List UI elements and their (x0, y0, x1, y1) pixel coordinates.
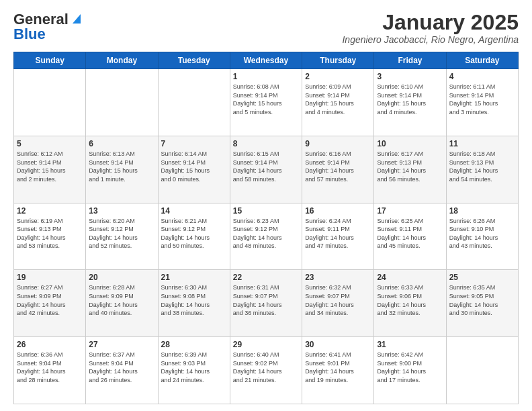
day-info: Sunrise: 6:32 AM Sunset: 9:07 PM Dayligh… (305, 283, 371, 317)
table-row (14, 69, 86, 136)
day-number: 31 (377, 340, 443, 349)
day-number: 27 (89, 340, 154, 349)
day-info: Sunrise: 6:11 AM Sunset: 9:14 PM Dayligh… (449, 83, 515, 116)
day-number: 7 (161, 139, 227, 148)
day-number: 21 (161, 273, 227, 282)
calendar-week-row: 1Sunrise: 6:08 AM Sunset: 9:14 PM Daylig… (14, 69, 519, 136)
day-info: Sunrise: 6:17 AM Sunset: 9:13 PM Dayligh… (377, 150, 443, 183)
day-info: Sunrise: 6:24 AM Sunset: 9:11 PM Dayligh… (305, 217, 371, 250)
table-row: 16Sunrise: 6:24 AM Sunset: 9:11 PM Dayli… (302, 203, 374, 270)
table-row: 6Sunrise: 6:13 AM Sunset: 9:14 PM Daylig… (86, 136, 158, 203)
day-info: Sunrise: 6:28 AM Sunset: 9:09 PM Dayligh… (89, 283, 154, 317)
day-info: Sunrise: 6:19 AM Sunset: 9:13 PM Dayligh… (17, 217, 83, 250)
day-number: 11 (449, 139, 515, 148)
table-row: 12Sunrise: 6:19 AM Sunset: 9:13 PM Dayli… (14, 203, 86, 270)
col-wednesday: Wednesday (230, 52, 302, 69)
day-info: Sunrise: 6:30 AM Sunset: 9:08 PM Dayligh… (161, 283, 227, 317)
col-friday: Friday (374, 52, 446, 69)
day-info: Sunrise: 6:23 AM Sunset: 9:12 PM Dayligh… (233, 217, 299, 250)
table-row (446, 337, 518, 404)
day-info: Sunrise: 6:09 AM Sunset: 9:14 PM Dayligh… (305, 83, 371, 116)
day-info: Sunrise: 6:40 AM Sunset: 9:02 PM Dayligh… (233, 351, 299, 384)
day-number: 5 (17, 139, 83, 148)
table-row: 18Sunrise: 6:26 AM Sunset: 9:10 PM Dayli… (446, 203, 518, 270)
table-row: 31Sunrise: 6:42 AM Sunset: 9:00 PM Dayli… (374, 337, 446, 404)
day-number: 26 (17, 340, 83, 349)
calendar-title: January 2025 (342, 11, 519, 34)
day-number: 24 (377, 273, 443, 282)
day-number: 29 (233, 340, 299, 349)
calendar-header-row: Sunday Monday Tuesday Wednesday Thursday… (14, 52, 519, 69)
day-info: Sunrise: 6:26 AM Sunset: 9:10 PM Dayligh… (449, 217, 515, 250)
table-row: 15Sunrise: 6:23 AM Sunset: 9:12 PM Dayli… (230, 203, 302, 270)
day-info: Sunrise: 6:13 AM Sunset: 9:14 PM Dayligh… (89, 150, 154, 183)
day-number: 16 (305, 206, 371, 216)
day-number: 19 (17, 273, 83, 282)
table-row: 29Sunrise: 6:40 AM Sunset: 9:02 PM Dayli… (230, 337, 302, 404)
table-row (86, 69, 158, 136)
day-number: 8 (233, 139, 299, 148)
header: General Blue January 2025 Ingeniero Jaco… (13, 11, 519, 45)
table-row: 4Sunrise: 6:11 AM Sunset: 9:14 PM Daylig… (446, 69, 518, 136)
day-info: Sunrise: 6:27 AM Sunset: 9:09 PM Dayligh… (17, 283, 83, 317)
day-info: Sunrise: 6:18 AM Sunset: 9:13 PM Dayligh… (449, 150, 515, 183)
calendar-subtitle: Ingeniero Jacobacci, Rio Negro, Argentin… (342, 34, 519, 45)
day-info: Sunrise: 6:39 AM Sunset: 9:03 PM Dayligh… (161, 351, 227, 384)
calendar-week-row: 19Sunrise: 6:27 AM Sunset: 9:09 PM Dayli… (14, 270, 519, 337)
day-number: 15 (233, 206, 299, 216)
table-row: 2Sunrise: 6:09 AM Sunset: 9:14 PM Daylig… (302, 69, 374, 136)
day-info: Sunrise: 6:41 AM Sunset: 9:01 PM Dayligh… (305, 351, 371, 384)
day-info: Sunrise: 6:36 AM Sunset: 9:04 PM Dayligh… (17, 351, 83, 384)
day-info: Sunrise: 6:10 AM Sunset: 9:14 PM Dayligh… (377, 83, 443, 116)
day-info: Sunrise: 6:25 AM Sunset: 9:11 PM Dayligh… (377, 217, 443, 250)
day-info: Sunrise: 6:14 AM Sunset: 9:14 PM Dayligh… (161, 150, 227, 183)
day-number: 23 (305, 273, 371, 282)
table-row: 22Sunrise: 6:31 AM Sunset: 9:07 PM Dayli… (230, 270, 302, 337)
logo-blue: Blue (13, 26, 46, 43)
day-number: 17 (377, 206, 443, 216)
table-row: 3Sunrise: 6:10 AM Sunset: 9:14 PM Daylig… (374, 69, 446, 136)
day-number: 30 (305, 340, 371, 349)
day-info: Sunrise: 6:21 AM Sunset: 9:12 PM Dayligh… (161, 217, 227, 250)
table-row: 23Sunrise: 6:32 AM Sunset: 9:07 PM Dayli… (302, 270, 374, 337)
day-number: 14 (161, 206, 227, 216)
table-row: 28Sunrise: 6:39 AM Sunset: 9:03 PM Dayli… (158, 337, 230, 404)
day-number: 20 (89, 273, 154, 282)
day-number: 3 (377, 72, 443, 81)
table-row: 5Sunrise: 6:12 AM Sunset: 9:14 PM Daylig… (14, 136, 86, 203)
day-number: 25 (449, 273, 515, 282)
logo: General Blue (13, 11, 83, 43)
day-number: 2 (305, 72, 371, 81)
table-row: 9Sunrise: 6:16 AM Sunset: 9:14 PM Daylig… (302, 136, 374, 203)
table-row: 13Sunrise: 6:20 AM Sunset: 9:12 PM Dayli… (86, 203, 158, 270)
col-saturday: Saturday (446, 52, 518, 69)
table-row: 25Sunrise: 6:35 AM Sunset: 9:05 PM Dayli… (446, 270, 518, 337)
table-row: 27Sunrise: 6:37 AM Sunset: 9:04 PM Dayli… (86, 337, 158, 404)
table-row: 11Sunrise: 6:18 AM Sunset: 9:13 PM Dayli… (446, 136, 518, 203)
day-number: 18 (449, 206, 515, 216)
table-row: 1Sunrise: 6:08 AM Sunset: 9:14 PM Daylig… (230, 69, 302, 136)
col-thursday: Thursday (302, 52, 374, 69)
table-row: 7Sunrise: 6:14 AM Sunset: 9:14 PM Daylig… (158, 136, 230, 203)
calendar-week-row: 26Sunrise: 6:36 AM Sunset: 9:04 PM Dayli… (14, 337, 519, 404)
table-row: 10Sunrise: 6:17 AM Sunset: 9:13 PM Dayli… (374, 136, 446, 203)
table-row: 19Sunrise: 6:27 AM Sunset: 9:09 PM Dayli… (14, 270, 86, 337)
day-info: Sunrise: 6:31 AM Sunset: 9:07 PM Dayligh… (233, 283, 299, 317)
table-row: 17Sunrise: 6:25 AM Sunset: 9:11 PM Dayli… (374, 203, 446, 270)
day-number: 9 (305, 139, 371, 148)
svg-marker-0 (73, 14, 81, 24)
table-row: 24Sunrise: 6:33 AM Sunset: 9:06 PM Dayli… (374, 270, 446, 337)
table-row: 8Sunrise: 6:15 AM Sunset: 9:14 PM Daylig… (230, 136, 302, 203)
day-number: 1 (233, 72, 299, 81)
day-number: 12 (17, 206, 83, 216)
day-info: Sunrise: 6:16 AM Sunset: 9:14 PM Dayligh… (305, 150, 371, 183)
day-number: 4 (449, 72, 515, 81)
day-info: Sunrise: 6:35 AM Sunset: 9:05 PM Dayligh… (449, 283, 515, 317)
col-monday: Monday (86, 52, 158, 69)
day-info: Sunrise: 6:20 AM Sunset: 9:12 PM Dayligh… (89, 217, 154, 250)
day-info: Sunrise: 6:15 AM Sunset: 9:14 PM Dayligh… (233, 150, 299, 183)
day-number: 13 (89, 206, 154, 216)
day-number: 6 (89, 139, 154, 148)
calendar-table: Sunday Monday Tuesday Wednesday Thursday… (13, 52, 519, 404)
day-info: Sunrise: 6:08 AM Sunset: 9:14 PM Dayligh… (233, 83, 299, 116)
